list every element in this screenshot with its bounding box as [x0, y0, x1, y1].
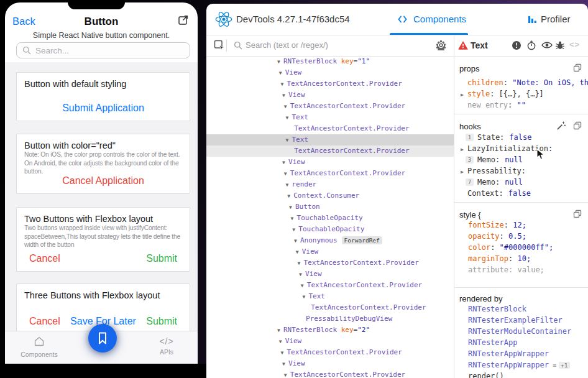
rn-button[interactable]: Submit Application: [62, 103, 144, 114]
panel-row[interactable]: ▶Pressability:: [454, 165, 588, 177]
expander-arrow-icon[interactable]: ▼: [286, 135, 292, 146]
tree-row[interactable]: ▼View: [206, 157, 454, 168]
hook-value[interactable]: null: [505, 155, 523, 164]
tree-row[interactable]: ▼TextAncestorContext.Provider: [206, 257, 454, 269]
prop-value[interactable]: "Note: On iOS, the: [512, 78, 588, 87]
tree-row[interactable]: ▼RNTesterBlock key="1": [206, 56, 454, 67]
search-input[interactable]: Search...: [16, 42, 190, 58]
tree-row[interactable]: ▼TextAncestorContext.Provider: [206, 168, 454, 179]
expander-arrow-icon[interactable]: ▼: [280, 79, 287, 90]
hook-value[interactable]: false: [509, 133, 531, 142]
expander-arrow-icon[interactable]: ▼: [279, 68, 285, 79]
panel-row[interactable]: fontSize: 12;: [454, 219, 588, 231]
style-prop-value[interactable]: 10;: [517, 254, 531, 263]
tab-profiler[interactable]: Profiler: [520, 4, 588, 35]
panel-row[interactable]: Context:false: [454, 188, 588, 199]
tab-components-devtools[interactable]: Components: [390, 4, 468, 35]
debug-bug-icon[interactable]: [555, 40, 565, 53]
expander-arrow-icon[interactable]: ▼: [299, 269, 305, 280]
expander-arrow-icon[interactable]: ▼: [292, 224, 298, 236]
bookmark-fab-button[interactable]: [88, 324, 117, 353]
tree-row[interactable]: ▼TextAncestorContext.Provider: [206, 280, 454, 291]
inspect-element-icon[interactable]: [214, 40, 225, 53]
expander-arrow-icon[interactable]: ▼: [289, 202, 295, 213]
tree-row[interactable]: ▼TouchableOpacity: [206, 224, 454, 235]
expander-arrow-icon[interactable]: ▼: [297, 258, 303, 269]
hook-value[interactable]: null: [505, 178, 523, 187]
panel-row[interactable]: RNTesterExampleFilter: [454, 315, 588, 326]
style-prop-value[interactable]: 12;: [513, 221, 526, 229]
expander-arrow-icon[interactable]: ▼: [282, 90, 288, 101]
expander-arrow-icon[interactable]: ▼: [287, 191, 293, 202]
rn-button[interactable]: Submit: [146, 253, 177, 264]
panel-row[interactable]: 3Memo:null: [454, 154, 588, 165]
panel-row[interactable]: color: "#000000ff";: [454, 242, 588, 253]
tree-row[interactable]: ▼TextAncestorContext.Provider: [206, 347, 454, 358]
tree-row[interactable]: ▼Text: [206, 134, 454, 145]
tree-row[interactable]: ▼View: [206, 358, 454, 369]
parse-hooks-wand-icon[interactable]: [556, 121, 566, 132]
owner-link[interactable]: RNTesterAppWrapper: [468, 349, 549, 358]
owner-link[interactable]: RNTesterModuleContainer: [468, 327, 571, 336]
prop-value[interactable]: "": [517, 101, 525, 109]
panel-row[interactable]: ▶style: [{…}, {…}]: [454, 88, 588, 99]
expander-arrow-icon[interactable]: ▼: [301, 280, 307, 292]
expander-arrow-icon[interactable]: ▼: [280, 348, 287, 359]
tree-row[interactable]: ▼TextAncestorContext.Provider: [206, 101, 454, 112]
tree-row[interactable]: ▼TouchableOpacity: [206, 213, 454, 224]
copy-icon[interactable]: [573, 121, 582, 132]
expander-arrow-icon[interactable]: ▼: [303, 292, 309, 303]
tree-row[interactable]: ▼View: [206, 269, 454, 280]
expander-arrow-icon[interactable]: ▼: [291, 213, 297, 224]
expander-arrow-icon[interactable]: ▼: [282, 359, 288, 370]
tree-row[interactable]: TextAncestorContext.Provider: [206, 302, 454, 313]
tree-row[interactable]: TextAncestorContext.Provider: [206, 123, 454, 134]
inspect-dom-eye-icon[interactable]: [541, 40, 553, 52]
panel-row[interactable]: ▶LazyInitialization:: [454, 143, 588, 154]
panel-row[interactable]: RNTesterBlock: [454, 303, 588, 315]
tab-apis[interactable]: </> APIs: [132, 336, 198, 356]
expander-arrow-icon[interactable]: ▼: [284, 370, 290, 378]
tree-row[interactable]: ▼RNTesterBlock key="2": [206, 325, 454, 336]
expander-arrow-icon[interactable]: ▼: [279, 336, 285, 348]
tree-row[interactable]: ▼AnonymousForwardRef: [206, 235, 454, 246]
tree-row[interactable]: ▼View: [206, 90, 454, 101]
expander-arrow-icon[interactable]: ▼: [286, 113, 292, 124]
expander-arrow-icon[interactable]: ▼: [277, 325, 283, 336]
tree-search-input[interactable]: Search (text or /regex/): [246, 35, 328, 56]
error-badge-icon[interactable]: [512, 40, 521, 53]
expander-arrow-icon[interactable]: ▼: [284, 168, 290, 180]
style-prop-value[interactable]: 0.5;: [508, 232, 526, 241]
copy-icon[interactable]: [573, 210, 582, 220]
panel-row[interactable]: render(): [454, 371, 588, 378]
prop-value[interactable]: [{…}, {…}]: [499, 90, 544, 98]
rn-button[interactable]: Cancel: [29, 253, 60, 264]
view-source-icon[interactable]: <>: [569, 40, 580, 49]
suspense-stopwatch-icon[interactable]: [526, 40, 536, 53]
rn-button[interactable]: Submit: [146, 316, 177, 327]
tree-row[interactable]: ▼TextAncestorContext.Provider: [206, 78, 454, 90]
style-prop-value[interactable]: value;: [517, 265, 544, 274]
tree-row[interactable]: ▼View: [206, 67, 454, 78]
panel-row[interactable]: attribute: value;: [454, 264, 588, 275]
panel-row[interactable]: RNTesterModuleContainer: [454, 326, 588, 337]
copy-icon[interactable]: [573, 63, 582, 74]
owner-link[interactable]: RNTesterAppWrapper: [468, 361, 549, 369]
tree-row[interactable]: ▼View: [206, 336, 454, 347]
tree-row[interactable]: ▼render: [206, 179, 454, 190]
open-external-icon[interactable]: [178, 14, 189, 28]
hook-value[interactable]: false: [508, 189, 531, 198]
owner-link[interactable]: RNTesterApp: [468, 338, 517, 347]
rn-button[interactable]: Cancel Application: [62, 175, 144, 187]
tree-row[interactable]: ▼Button: [206, 201, 454, 213]
expander-arrow-icon[interactable]: ▼: [284, 101, 290, 113]
tab-components[interactable]: Components: [5, 336, 73, 358]
expander-arrow-icon[interactable]: ▼: [286, 180, 292, 191]
tree-row[interactable]: TextAncestorContext.Provider: [206, 145, 454, 157]
tree-row[interactable]: ▼Text: [206, 112, 454, 123]
expander-arrow-icon[interactable]: ▼: [296, 247, 302, 258]
panel-row[interactable]: new entry: "": [454, 99, 588, 111]
panel-row[interactable]: 7Memo:null: [454, 177, 588, 188]
rn-button[interactable]: Cancel: [29, 316, 60, 327]
panel-row[interactable]: RNTesterAppWrapper≡+1: [454, 359, 588, 371]
